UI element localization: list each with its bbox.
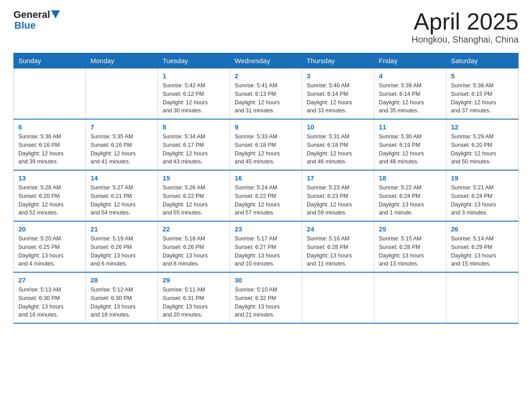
calendar-cell — [86, 68, 158, 120]
day-number: 15 — [163, 174, 225, 182]
calendar-cell: 3Sunrise: 5:40 AM Sunset: 6:14 PM Daylig… — [302, 68, 374, 120]
day-info: Sunrise: 5:38 AM Sunset: 6:15 PM Dayligh… — [451, 81, 514, 115]
logo: General Blue — [13, 9, 60, 30]
logo-general: General — [13, 9, 50, 21]
day-number: 7 — [90, 123, 153, 131]
title-block: April 2025 Hongkou, Shanghai, China — [412, 9, 519, 45]
day-info: Sunrise: 5:26 AM Sunset: 6:22 PM Dayligh… — [163, 184, 225, 217]
calendar-cell — [302, 272, 374, 323]
calendar-cell: 18Sunrise: 5:22 AM Sunset: 6:24 PM Dayli… — [374, 170, 446, 221]
calendar-cell: 10Sunrise: 5:31 AM Sunset: 6:18 PM Dayli… — [302, 119, 374, 170]
calendar-cell: 24Sunrise: 5:16 AM Sunset: 6:28 PM Dayli… — [302, 221, 374, 272]
day-info: Sunrise: 5:30 AM Sunset: 6:19 PM Dayligh… — [379, 133, 442, 166]
day-number: 13 — [18, 174, 81, 182]
calendar-cell: 4Sunrise: 5:39 AM Sunset: 6:14 PM Daylig… — [374, 68, 446, 120]
header-saturday: Saturday — [446, 53, 519, 68]
day-number: 3 — [307, 72, 369, 80]
day-info: Sunrise: 5:18 AM Sunset: 6:26 PM Dayligh… — [163, 235, 225, 268]
day-info: Sunrise: 5:28 AM Sunset: 6:20 PM Dayligh… — [18, 184, 81, 217]
day-info: Sunrise: 5:27 AM Sunset: 6:21 PM Dayligh… — [90, 184, 153, 217]
calendar-cell: 17Sunrise: 5:23 AM Sunset: 6:23 PM Dayli… — [302, 170, 374, 221]
header-monday: Monday — [86, 53, 158, 68]
day-number: 8 — [163, 123, 225, 131]
day-info: Sunrise: 5:42 AM Sunset: 6:12 PM Dayligh… — [163, 81, 225, 115]
calendar-cell: 9Sunrise: 5:33 AM Sunset: 6:18 PM Daylig… — [230, 119, 302, 170]
day-info: Sunrise: 5:41 AM Sunset: 6:13 PM Dayligh… — [235, 81, 297, 115]
calendar-cell: 5Sunrise: 5:38 AM Sunset: 6:15 PM Daylig… — [446, 68, 519, 120]
calendar-cell: 16Sunrise: 5:24 AM Sunset: 6:22 PM Dayli… — [230, 170, 302, 221]
calendar-cell: 12Sunrise: 5:29 AM Sunset: 6:20 PM Dayli… — [446, 119, 519, 170]
day-number: 26 — [451, 225, 514, 233]
day-info: Sunrise: 5:33 AM Sunset: 6:18 PM Dayligh… — [235, 133, 297, 166]
calendar-week-row: 20Sunrise: 5:20 AM Sunset: 6:25 PM Dayli… — [14, 221, 519, 272]
day-info: Sunrise: 5:15 AM Sunset: 6:28 PM Dayligh… — [379, 235, 442, 268]
day-number: 23 — [235, 225, 297, 233]
day-number: 10 — [307, 123, 369, 131]
day-number: 24 — [307, 225, 369, 233]
svg-marker-0 — [51, 10, 60, 18]
day-number: 11 — [379, 123, 442, 131]
calendar-cell: 8Sunrise: 5:34 AM Sunset: 6:17 PM Daylig… — [158, 119, 230, 170]
day-info: Sunrise: 5:16 AM Sunset: 6:28 PM Dayligh… — [307, 235, 369, 268]
day-number: 27 — [18, 276, 81, 284]
day-number: 16 — [235, 174, 297, 182]
calendar-title: April 2025 — [412, 9, 519, 34]
day-number: 5 — [451, 72, 514, 80]
day-info: Sunrise: 5:24 AM Sunset: 6:22 PM Dayligh… — [235, 184, 297, 217]
header-wednesday: Wednesday — [230, 53, 302, 68]
day-number: 14 — [90, 174, 153, 182]
calendar-cell: 25Sunrise: 5:15 AM Sunset: 6:28 PM Dayli… — [374, 221, 446, 272]
day-number: 29 — [163, 276, 225, 284]
day-info: Sunrise: 5:40 AM Sunset: 6:14 PM Dayligh… — [307, 81, 369, 115]
day-info: Sunrise: 5:19 AM Sunset: 6:26 PM Dayligh… — [90, 235, 153, 268]
day-info: Sunrise: 5:11 AM Sunset: 6:31 PM Dayligh… — [163, 286, 225, 319]
calendar-cell: 19Sunrise: 5:21 AM Sunset: 6:24 PM Dayli… — [446, 170, 519, 221]
calendar-table: SundayMondayTuesdayWednesdayThursdayFrid… — [13, 53, 519, 324]
header-friday: Friday — [374, 53, 446, 68]
header-thursday: Thursday — [302, 53, 374, 68]
day-number: 2 — [235, 72, 297, 80]
calendar-cell: 22Sunrise: 5:18 AM Sunset: 6:26 PM Dayli… — [158, 221, 230, 272]
day-number: 28 — [90, 276, 153, 284]
calendar-cell: 1Sunrise: 5:42 AM Sunset: 6:12 PM Daylig… — [158, 68, 230, 120]
day-number: 19 — [451, 174, 514, 182]
calendar-cell: 28Sunrise: 5:12 AM Sunset: 6:30 PM Dayli… — [86, 272, 158, 323]
calendar-cell: 27Sunrise: 5:13 AM Sunset: 6:30 PM Dayli… — [14, 272, 86, 323]
day-number: 12 — [451, 123, 514, 131]
calendar-cell — [374, 272, 446, 323]
calendar-header-row: SundayMondayTuesdayWednesdayThursdayFrid… — [14, 53, 519, 68]
calendar-cell: 13Sunrise: 5:28 AM Sunset: 6:20 PM Dayli… — [14, 170, 86, 221]
calendar-week-row: 13Sunrise: 5:28 AM Sunset: 6:20 PM Dayli… — [14, 170, 519, 221]
calendar-cell: 26Sunrise: 5:14 AM Sunset: 6:29 PM Dayli… — [446, 221, 519, 272]
calendar-cell — [14, 68, 86, 120]
day-number: 18 — [379, 174, 442, 182]
day-info: Sunrise: 5:34 AM Sunset: 6:17 PM Dayligh… — [163, 133, 225, 166]
day-info: Sunrise: 5:20 AM Sunset: 6:25 PM Dayligh… — [18, 235, 81, 268]
day-number: 6 — [18, 123, 81, 131]
day-number: 20 — [18, 225, 81, 233]
calendar-cell: 6Sunrise: 5:36 AM Sunset: 6:16 PM Daylig… — [14, 119, 86, 170]
day-number: 4 — [379, 72, 442, 80]
calendar-cell: 29Sunrise: 5:11 AM Sunset: 6:31 PM Dayli… — [158, 272, 230, 323]
day-info: Sunrise: 5:14 AM Sunset: 6:29 PM Dayligh… — [451, 235, 514, 268]
day-info: Sunrise: 5:13 AM Sunset: 6:30 PM Dayligh… — [18, 286, 81, 319]
logo-blue: Blue — [14, 21, 36, 30]
calendar-cell: 14Sunrise: 5:27 AM Sunset: 6:21 PM Dayli… — [86, 170, 158, 221]
day-number: 22 — [163, 225, 225, 233]
day-info: Sunrise: 5:21 AM Sunset: 6:24 PM Dayligh… — [451, 184, 514, 217]
day-number: 25 — [379, 225, 442, 233]
calendar-week-row: 6Sunrise: 5:36 AM Sunset: 6:16 PM Daylig… — [14, 119, 519, 170]
page-header: General Blue April 2025 Hongkou, Shangha… — [13, 9, 519, 45]
calendar-week-row: 27Sunrise: 5:13 AM Sunset: 6:30 PM Dayli… — [14, 272, 519, 323]
day-number: 30 — [235, 276, 297, 284]
calendar-cell: 11Sunrise: 5:30 AM Sunset: 6:19 PM Dayli… — [374, 119, 446, 170]
day-number: 21 — [90, 225, 153, 233]
day-info: Sunrise: 5:23 AM Sunset: 6:23 PM Dayligh… — [307, 184, 369, 217]
calendar-cell — [446, 272, 519, 323]
calendar-week-row: 1Sunrise: 5:42 AM Sunset: 6:12 PM Daylig… — [14, 68, 519, 120]
day-info: Sunrise: 5:22 AM Sunset: 6:24 PM Dayligh… — [379, 184, 442, 217]
calendar-cell: 21Sunrise: 5:19 AM Sunset: 6:26 PM Dayli… — [86, 221, 158, 272]
day-info: Sunrise: 5:35 AM Sunset: 6:16 PM Dayligh… — [90, 133, 153, 166]
header-sunday: Sunday — [14, 53, 86, 68]
day-info: Sunrise: 5:10 AM Sunset: 6:32 PM Dayligh… — [235, 286, 297, 319]
